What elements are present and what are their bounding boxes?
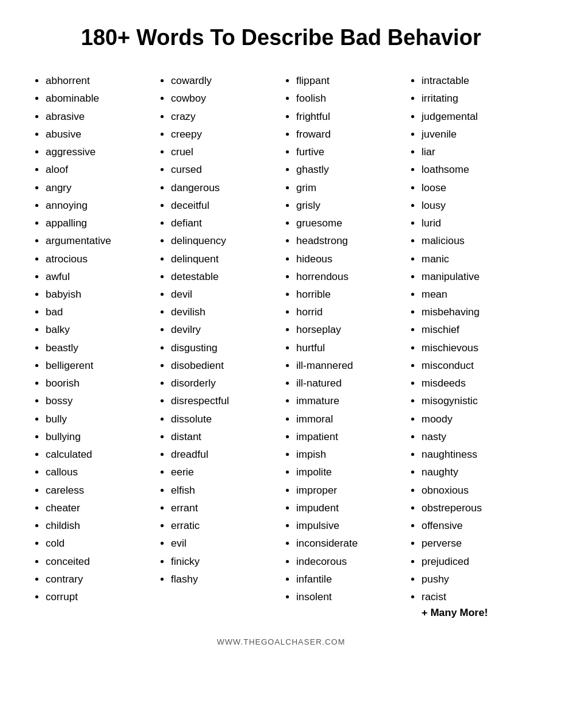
list-item: impulsive bbox=[296, 517, 403, 534]
list-item: horrible bbox=[296, 285, 403, 303]
list-item: flippant bbox=[296, 72, 403, 89]
list-item: impudent bbox=[296, 499, 403, 517]
list-item: immature bbox=[296, 392, 403, 410]
list-item: aloof bbox=[46, 161, 153, 178]
list-item: mischievous bbox=[422, 339, 529, 357]
list-item: devil bbox=[171, 285, 278, 303]
list-item: erratic bbox=[171, 517, 278, 534]
list-item: naughty bbox=[422, 463, 529, 481]
list-item: horrid bbox=[296, 303, 403, 321]
list-item: devilish bbox=[171, 303, 278, 321]
list-item: elfish bbox=[171, 481, 278, 499]
list-item: detestable bbox=[171, 268, 278, 285]
list-item: careless bbox=[46, 481, 153, 499]
list-item: calculated bbox=[46, 446, 153, 463]
list-item: immoral bbox=[296, 410, 403, 428]
list-item: flashy bbox=[171, 570, 278, 588]
list-item: bullying bbox=[46, 428, 153, 446]
list-item: cheater bbox=[46, 499, 153, 517]
word-column-2: cowardlycowboycrazycreepycruelcurseddang… bbox=[156, 72, 281, 619]
list-item: appalling bbox=[46, 214, 153, 232]
list-item: ill-mannered bbox=[296, 357, 403, 374]
list-item: mischief bbox=[422, 321, 529, 338]
list-item: disobedient bbox=[171, 357, 278, 374]
list-item: impatient bbox=[296, 428, 403, 446]
list-item: disgusting bbox=[171, 339, 278, 357]
many-more-label: + Many More! bbox=[409, 607, 529, 619]
list-item: misogynistic bbox=[422, 392, 529, 410]
list-item: hideous bbox=[296, 250, 403, 268]
list-item: infantile bbox=[296, 570, 403, 588]
list-item: abrasive bbox=[46, 108, 153, 125]
list-item: impolite bbox=[296, 463, 403, 481]
list-item: bully bbox=[46, 410, 153, 428]
list-item: errant bbox=[171, 499, 278, 517]
list-item: disorderly bbox=[171, 374, 278, 392]
list-item: awful bbox=[46, 268, 153, 285]
list-item: naughtiness bbox=[422, 446, 529, 463]
list-item: obnoxious bbox=[422, 481, 529, 499]
list-item: defiant bbox=[171, 214, 278, 232]
list-item: childish bbox=[46, 517, 153, 534]
list-item: loathsome bbox=[422, 161, 529, 178]
list-item: delinquent bbox=[171, 250, 278, 268]
list-item: dissolute bbox=[171, 410, 278, 428]
word-column-4: intractableirritatingjudgementaljuvenile… bbox=[406, 72, 532, 619]
list-item: abominable bbox=[46, 89, 153, 107]
list-item: cowboy bbox=[171, 89, 278, 107]
list-item: babyish bbox=[46, 285, 153, 303]
list-item: gruesome bbox=[296, 214, 403, 232]
list-item: balky bbox=[46, 321, 153, 338]
list-item: cold bbox=[46, 534, 153, 552]
word-column-3: flippantfoolishfrightfulfrowardfurtivegh… bbox=[281, 72, 406, 619]
list-item: evil bbox=[171, 534, 278, 552]
list-item: atrocious bbox=[46, 250, 153, 268]
list-item: abusive bbox=[46, 125, 153, 143]
list-item: boorish bbox=[46, 374, 153, 392]
footer-text: WWW.THEGOALCHASER.COM bbox=[30, 637, 532, 646]
list-item: prejudiced bbox=[422, 553, 529, 570]
list-item: hurtful bbox=[296, 339, 403, 357]
list-item: irritating bbox=[422, 89, 529, 107]
list-item: horrendous bbox=[296, 268, 403, 285]
list-item: grim bbox=[296, 179, 403, 197]
list-item: crazy bbox=[171, 108, 278, 125]
list-item: devilry bbox=[171, 321, 278, 338]
list-item: cruel bbox=[171, 143, 278, 161]
list-item: delinquency bbox=[171, 232, 278, 250]
list-item: horseplay bbox=[296, 321, 403, 338]
list-item: annoying bbox=[46, 197, 153, 214]
list-item: disrespectful bbox=[171, 392, 278, 410]
word-column-1: abhorrentabominableabrasiveabusiveaggres… bbox=[30, 72, 156, 619]
list-item: dangerous bbox=[171, 179, 278, 197]
list-item: judgemental bbox=[422, 108, 529, 125]
list-item: ghastly bbox=[296, 161, 403, 178]
word-columns: abhorrentabominableabrasiveabusiveaggres… bbox=[30, 72, 532, 619]
list-item: improper bbox=[296, 481, 403, 499]
list-item: eerie bbox=[171, 463, 278, 481]
list-item: misdeeds bbox=[422, 374, 529, 392]
list-item: grisly bbox=[296, 197, 403, 214]
list-item: headstrong bbox=[296, 232, 403, 250]
list-item: deceitful bbox=[171, 197, 278, 214]
list-item: juvenile bbox=[422, 125, 529, 143]
list-item: bossy bbox=[46, 392, 153, 410]
list-item: liar bbox=[422, 143, 529, 161]
list-item: frightful bbox=[296, 108, 403, 125]
list-item: foolish bbox=[296, 89, 403, 107]
list-item: creepy bbox=[171, 125, 278, 143]
list-item: manipulative bbox=[422, 268, 529, 285]
list-item: loose bbox=[422, 179, 529, 197]
list-item: malicious bbox=[422, 232, 529, 250]
list-item: argumentative bbox=[46, 232, 153, 250]
list-item: lousy bbox=[422, 197, 529, 214]
list-item: inconsiderate bbox=[296, 534, 403, 552]
list-item: offensive bbox=[422, 517, 529, 534]
list-item: distant bbox=[171, 428, 278, 446]
list-item: indecorous bbox=[296, 553, 403, 570]
list-item: cowardly bbox=[171, 72, 278, 89]
list-item: dreadful bbox=[171, 446, 278, 463]
list-item: aggressive bbox=[46, 143, 153, 161]
list-item: ill-natured bbox=[296, 374, 403, 392]
list-item: angry bbox=[46, 179, 153, 197]
